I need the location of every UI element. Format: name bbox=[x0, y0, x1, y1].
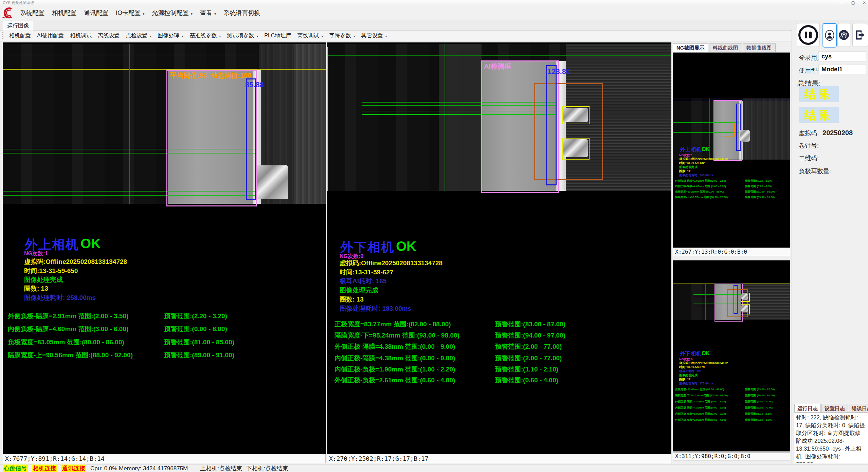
lower-camera-check-status: 下相机:点检结束 bbox=[246, 465, 288, 472]
measure-box-blue bbox=[546, 65, 557, 185]
tool-test-item-params[interactable]: 测试项参数 bbox=[224, 32, 261, 39]
tool-camera-config[interactable]: 相机配置 bbox=[6, 32, 34, 39]
ng-count: NG次数:1 bbox=[24, 250, 48, 257]
measure-value-blue: 123.80 bbox=[547, 67, 570, 76]
menu-items: 系统配置 相机配置 通讯配置 IO卡配置 光源控制配置 查看 系统语言切换 bbox=[16, 5, 264, 20]
tool-spot-check-settings[interactable]: 点检设置 bbox=[123, 32, 155, 39]
tab-settings-log[interactable]: 设置日志 bbox=[821, 404, 848, 413]
loop-count: 圈数: 13 bbox=[24, 284, 48, 293]
loop-count: 圈数: 13 bbox=[340, 295, 364, 304]
tool-offline-debug[interactable]: 离线调试 bbox=[294, 32, 326, 39]
cpu-memory-status: Cpu: 0.0% Memory: 3424.41796875M bbox=[90, 465, 188, 472]
warn-range: 预警范围:(0.00 - 8.00) bbox=[164, 325, 227, 333]
region-box-orange bbox=[534, 83, 603, 180]
tool-char-params[interactable]: 字符参数 bbox=[326, 32, 358, 39]
window-controls: — ▢ ✕ bbox=[840, 0, 866, 5]
toolbar-items: 相机配置 AI使用配置 相机调试 离线设置 点检设置 图像处理 基准线参数 测试… bbox=[6, 31, 390, 41]
pixel-coords-lower: X:270;Y:2502;R:17;G:17;B:17 bbox=[327, 454, 671, 463]
toolbar-grip-handle[interactable] bbox=[2, 32, 3, 39]
tool-camera-debug[interactable]: 相机调试 bbox=[67, 32, 95, 39]
tab-run-image[interactable]: 运行图像 bbox=[3, 21, 33, 31]
run-log-textarea[interactable]: 耗时: 222, 缺陷检测耗时: 17, 缺陷分类耗时: 0, 缺陷提取分区耗时… bbox=[794, 412, 868, 463]
menu-comm-config[interactable]: 通讯配置 bbox=[80, 9, 112, 17]
mini-measurement: 内侧正极-隔膜=4.35mm 范围:(0.00 - 9.00) bbox=[675, 406, 726, 410]
electrode-tab-blob bbox=[255, 165, 288, 199]
mini-measurement: 外侧正极-隔膜=4.35mm 范围:(0.00 - 9.00) bbox=[675, 400, 726, 403]
camera-image-metal-region bbox=[294, 44, 326, 204]
virtual-code: 虚拟码:Offline20250208133134728 bbox=[340, 259, 442, 268]
window-title: CYS-视觉检测系统 bbox=[3, 1, 34, 5]
tab-run-log[interactable]: 运行日志 bbox=[794, 404, 821, 413]
login-user-field[interactable]: cys bbox=[818, 51, 866, 61]
capture-time: 时间:13-31-59-627 bbox=[340, 268, 393, 277]
warn-range: 预警范围:(2.00 - 77.00) bbox=[495, 342, 562, 351]
heartbeat-status-badge: 心跳信号 bbox=[3, 465, 28, 472]
mini-line-green bbox=[705, 283, 706, 320]
mini-tab-blob bbox=[740, 130, 750, 142]
exit-button[interactable] bbox=[852, 23, 868, 47]
reference-line bbox=[3, 55, 326, 55]
tool-image-processing[interactable]: 图像处理 bbox=[155, 32, 186, 39]
tab-error-log[interactable]: 错误日志 bbox=[849, 404, 868, 413]
tool-plc-address-lib[interactable]: PLC地址库 bbox=[261, 32, 294, 39]
menu-light-control-config[interactable]: 光源控制配置 bbox=[148, 9, 197, 17]
result-box-upper: 结果 bbox=[799, 86, 839, 102]
tool-ai-use-config[interactable]: AI使用配置 bbox=[34, 32, 67, 39]
status-bar: 心跳信号 相机连接 通讯连接 Cpu: 0.0% Memory: 3424.41… bbox=[0, 465, 868, 472]
measurement: 内侧正极-负极=1.90mm 范围:(1.00 - 2.20) bbox=[334, 365, 455, 374]
reference-line-yellow-vertical bbox=[327, 47, 328, 191]
warn-range: 预警范围:(2.00 - 77.00) bbox=[495, 354, 562, 363]
model-field[interactable]: Model1 bbox=[818, 64, 866, 74]
warn-range: 预警范围:(1.10 - 2.10) bbox=[495, 365, 558, 374]
capture-time: 时间:13-31-59-650 bbox=[24, 267, 78, 275]
tool-offline-settings[interactable]: 离线设置 bbox=[95, 32, 123, 39]
tab-row bbox=[0, 20, 868, 31]
pixel-coords-preview-upper: X:267;Y:13;R:0;G:0;B:0 bbox=[673, 248, 790, 256]
mini-warn: 预警范围:(1.10 - 2.10) bbox=[745, 412, 772, 416]
tool-other-settings[interactable]: 其它设置 bbox=[358, 32, 390, 39]
warn-range: 预警范围:(81.00 - 85.00) bbox=[164, 338, 234, 347]
processing-done: 图像处理完成 bbox=[24, 275, 63, 284]
tab-material-line-chart[interactable]: 料线曲线图 bbox=[709, 43, 742, 52]
mini-measurement: 隔膜宽度-上=90.57mm 范围:(88.00 - 92.00) bbox=[675, 195, 728, 199]
upper-camera-view[interactable]: 平均阈值:93, 动态阈值:100 85.88 外上相机OK NG次数:1 虚拟… bbox=[3, 42, 326, 454]
mini-measurement: 隔膜宽度-下=95.21mm 范围:(93.00 - 98.00) bbox=[675, 394, 728, 397]
mini-measurement: 正极宽度=83.69mm 范围:(82.00 - 88.00) bbox=[675, 387, 724, 391]
pixel-coords-upper: X:7677;Y:891;R:14;G:14;B:14 bbox=[3, 454, 326, 463]
ai-region-box bbox=[166, 70, 257, 206]
menu-system-config[interactable]: 系统配置 bbox=[16, 9, 48, 17]
reference-line-vertical bbox=[445, 44, 445, 191]
log-tabs: 运行日志 设置日志 错误日志 bbox=[794, 404, 868, 413]
user-icon bbox=[825, 30, 835, 41]
tool-baseline-params[interactable]: 基准线参数 bbox=[186, 32, 224, 39]
tab-ng-capture-display[interactable]: NG截图显示 bbox=[673, 43, 708, 52]
mini-warn: 预警范围:(89.00 - 91.00) bbox=[745, 195, 775, 199]
mini-warn: 预警范围:(81.00 - 85.00) bbox=[745, 190, 775, 194]
lower-camera-view[interactable]: AI检测框 123.80 外下相机OK NG次数:0 虚拟码:Offline20… bbox=[327, 42, 671, 454]
mini-elapsed: 图像处理耗时: 178.00ms bbox=[679, 381, 713, 386]
ng-preview-upper[interactable]: 外上相机OK NG次数:1 虚拟码:Offline202502081331341… bbox=[673, 52, 790, 248]
ai-box-label: AI检测框 bbox=[484, 62, 511, 71]
processing-elapsed: 图像处理耗时: 258.00ms bbox=[24, 293, 96, 302]
menu-io-card-config[interactable]: IO卡配置 bbox=[112, 9, 148, 17]
mini-warn: 预警范围:(94.00 - 97.00) bbox=[745, 394, 775, 397]
app-logo-icon bbox=[1, 6, 14, 20]
user-group-button[interactable] bbox=[837, 23, 850, 47]
comm-connect-badge: 通讯连接 bbox=[61, 465, 86, 472]
mini-measurement: 外侧正极-负极=2.58mm 范围:(0.60 - 4.00) bbox=[675, 418, 726, 422]
menu-language-switch[interactable]: 系统语言切换 bbox=[220, 9, 264, 17]
ng-preview-lower[interactable]: 外下相机OK NG次数:0 虚拟码:Offline202502081331341… bbox=[673, 260, 790, 452]
title-bar: CYS-视觉检测系统 bbox=[0, 0, 868, 5]
current-user-button[interactable] bbox=[822, 23, 837, 48]
maximize-icon[interactable]: ▢ bbox=[851, 0, 855, 5]
pause-button[interactable] bbox=[797, 23, 820, 47]
minimize-icon[interactable]: — bbox=[840, 0, 844, 5]
menu-view[interactable]: 查看 bbox=[196, 9, 220, 17]
tab-data-curve-chart[interactable]: 数据曲线图 bbox=[743, 43, 776, 52]
mini-blue-box bbox=[736, 104, 741, 151]
mini-orange-box bbox=[723, 123, 735, 137]
close-icon[interactable]: ✕ bbox=[863, 0, 866, 5]
measurement: 外侧正极-隔膜=4.38mm 范围:(0.00 - 9.00) bbox=[334, 342, 455, 351]
virtual-code-label: 虚拟码: 20250208 bbox=[799, 129, 853, 137]
menu-camera-config[interactable]: 相机配置 bbox=[48, 9, 80, 17]
